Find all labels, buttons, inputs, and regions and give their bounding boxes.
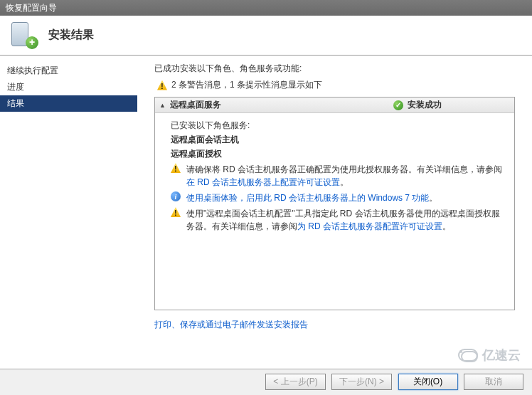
warning-summary-text: 2 条警告消息，1 条提示性消息显示如下: [171, 79, 322, 91]
warning-icon: [157, 80, 167, 90]
sidebar-item-results[interactable]: 结果: [0, 95, 137, 112]
msg1-link[interactable]: 在 RD 会话主机服务器上配置许可证设置: [186, 177, 340, 187]
wizard-header: + 安装结果: [0, 16, 532, 56]
cancel-button: 取消: [464, 374, 523, 390]
intro-text: 已成功安装以下角色、角色服务或功能:: [154, 63, 515, 75]
sidebar-item-label: 继续执行配置: [7, 65, 58, 75]
sidebar-item-progress[interactable]: 进度: [0, 79, 137, 95]
message-row-2: 使用桌面体验，启用此 RD 会话主机服务器上的 Windows 7 功能。: [171, 191, 506, 204]
sidebar-item-label: 结果: [7, 98, 24, 108]
panel-body: 已安装以下角色服务: 远程桌面会话主机 远程桌面授权 请确保将 RD 会话主机服…: [155, 113, 514, 243]
page-title: 安装结果: [48, 28, 94, 43]
role-service-1: 远程桌面会话主机: [171, 133, 506, 146]
prev-button: < 上一步(P): [265, 374, 325, 390]
msg3-suffix: 。: [442, 221, 451, 231]
message-row-3: 使用"远程桌面会话主机配置"工具指定此 RD 会话主机服务器使用的远程桌面授权服…: [171, 207, 506, 233]
panel-status-text: 安装成功: [408, 99, 442, 111]
window-title: 恢复配置向导: [6, 3, 57, 13]
warning-icon: [171, 207, 181, 217]
window-titlebar: 恢复配置向导: [0, 0, 532, 16]
panel-title: 远程桌面服务: [170, 99, 221, 111]
warning-icon: [171, 163, 181, 173]
report-link[interactable]: 打印、保存或通过电子邮件发送安装报告: [154, 319, 308, 331]
warning-summary-row: 2 条警告消息，1 条提示性消息显示如下: [154, 79, 515, 91]
next-button: 下一步(N) >: [331, 374, 392, 390]
close-button[interactable]: 关闭(O): [398, 374, 458, 390]
installed-label: 已安装以下角色服务:: [171, 119, 506, 132]
wizard-main: 继续执行配置 进度 结果 已成功安装以下角色、角色服务或功能: 2 条警告消息，…: [0, 56, 532, 369]
msg3-link[interactable]: 为 RD 会话主机服务器配置许可证设置: [297, 221, 442, 231]
panel-status: 安装成功: [393, 99, 442, 111]
message-row-1: 请确保将 RD 会话主机服务器正确配置为使用此授权服务器。有关详细信息，请参阅在…: [171, 163, 506, 189]
info-icon: [171, 191, 181, 201]
msg1-suffix: 。: [340, 177, 349, 187]
msg2-suffix: 。: [429, 193, 437, 203]
success-icon: [393, 100, 403, 110]
results-panel: ▲ 远程桌面服务 安装成功 已安装以下角色服务: 远程桌面会话主机 远程桌面授权…: [154, 97, 515, 310]
wizard-content: 已成功安装以下角色、角色服务或功能: 2 条警告消息，1 条提示性消息显示如下 …: [137, 56, 532, 369]
msg2-link[interactable]: 使用桌面体验，启用此 RD 会话主机服务器上的 Windows 7 功能: [186, 193, 429, 203]
role-service-2: 远程桌面授权: [171, 147, 506, 160]
server-add-icon: +: [11, 22, 38, 49]
msg1-text: 请确保将 RD 会话主机服务器正确配置为使用此授权服务器。有关详细信息，请参阅: [186, 164, 502, 174]
wizard-sidebar: 继续执行配置 进度 结果: [0, 56, 137, 369]
sidebar-item-continue[interactable]: 继续执行配置: [0, 63, 137, 79]
collapse-icon: ▲: [159, 102, 166, 109]
sidebar-item-label: 进度: [7, 82, 24, 92]
panel-header[interactable]: ▲ 远程桌面服务 安装成功: [155, 98, 514, 113]
wizard-footer: < 上一步(P) 下一步(N) > 关闭(O) 取消: [0, 369, 532, 395]
